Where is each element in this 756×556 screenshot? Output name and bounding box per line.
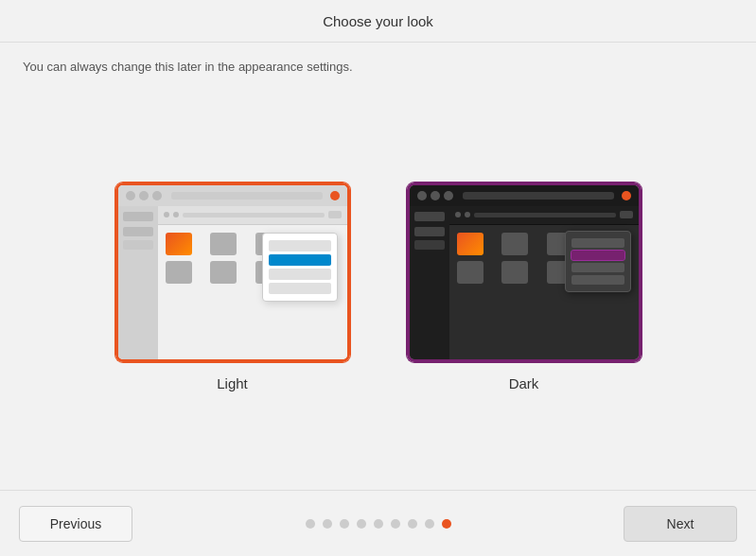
file-icon [166, 233, 192, 255]
titlebar-btn-1 [126, 191, 135, 200]
dark-theme-option[interactable]: Dark [407, 182, 642, 391]
page-dot-8 [425, 519, 434, 529]
footer: Previous Next [0, 490, 756, 556]
previous-button[interactable]: Previous [19, 506, 132, 542]
page-title: Choose your look [323, 13, 433, 29]
light-toolbar [158, 206, 347, 225]
pagination-dots [306, 519, 451, 529]
light-theme-label: Light [217, 375, 248, 391]
page-dot-2 [323, 519, 332, 529]
dark-titlebar-btn-3 [444, 191, 453, 200]
page-dot-7 [408, 519, 417, 529]
page-header: Choose your look [0, 0, 756, 43]
file-icon [210, 233, 237, 255]
page-dot-5 [374, 519, 383, 529]
dark-context-menu [565, 231, 631, 292]
dark-theme-preview[interactable] [407, 182, 642, 362]
dark-file-icon [501, 261, 528, 284]
page-dot-9 [442, 519, 451, 529]
dark-toolbar [449, 206, 639, 225]
theme-selection-area: Light [0, 83, 756, 490]
titlebar-orange-dot [330, 191, 340, 200]
page-dot-1 [306, 519, 315, 529]
page-dot-6 [391, 519, 400, 529]
light-sidebar [118, 206, 158, 359]
dark-titlebar-btn-2 [431, 191, 440, 200]
light-theme-preview[interactable] [115, 182, 350, 362]
page-dot-4 [357, 519, 366, 529]
dark-preview-content [410, 185, 639, 359]
light-preview-content [118, 185, 347, 359]
light-theme-option[interactable]: Light [115, 182, 350, 391]
dark-titlebar [410, 185, 639, 206]
titlebar-btn-3 [152, 191, 162, 200]
titlebar-bar [171, 192, 323, 200]
file-icon [210, 261, 237, 284]
subtitle-text: You can always change this later in the … [0, 43, 756, 83]
file-icon [166, 261, 192, 284]
dark-sidebar [410, 206, 449, 359]
titlebar-btn-2 [139, 191, 149, 200]
dark-titlebar-orange-dot [622, 191, 631, 200]
dark-file-icon [501, 233, 528, 255]
dark-titlebar-bar [463, 192, 614, 200]
dark-file-icon [457, 261, 483, 284]
light-titlebar [118, 185, 347, 206]
light-context-menu [262, 233, 338, 302]
dark-theme-label: Dark [509, 375, 539, 391]
page-dot-3 [340, 519, 349, 529]
next-button[interactable]: Next [624, 506, 737, 542]
dark-file-icon [457, 233, 483, 255]
dark-titlebar-btn-1 [417, 191, 427, 200]
